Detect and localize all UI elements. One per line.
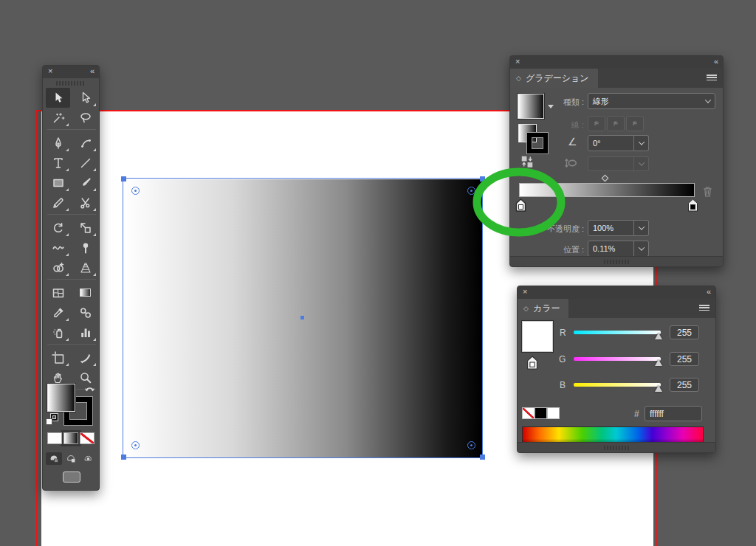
selection-handle-tl[interactable] — [121, 176, 126, 182]
panel-collapse-icon[interactable]: ◇ — [523, 305, 529, 312]
selection-handle-bl[interactable] — [121, 455, 126, 460]
opacity-dropdown-button[interactable] — [634, 220, 649, 236]
type-tool[interactable] — [46, 153, 70, 173]
none-swatch[interactable] — [522, 407, 535, 419]
rotate-tool[interactable] — [46, 218, 70, 238]
rotate-tool-icon — [52, 221, 65, 235]
black-swatch[interactable] — [535, 407, 547, 419]
shape-builder-tool[interactable] — [46, 258, 70, 277]
angle-input[interactable]: 0° — [588, 135, 634, 151]
green-slider-handle[interactable] — [655, 359, 662, 366]
lasso-tool[interactable] — [73, 108, 97, 128]
fill-color-proxy[interactable] — [47, 384, 75, 412]
resize-grip[interactable] — [604, 260, 629, 264]
stroke-proxy[interactable] — [527, 133, 548, 153]
angle-dropdown-button[interactable] — [634, 135, 649, 151]
pencil-tool[interactable] — [46, 193, 70, 212]
opacity-input[interactable]: 100% — [588, 220, 634, 236]
default-fill-stroke-icon[interactable] — [46, 414, 58, 425]
collapse-icon[interactable]: « — [90, 66, 94, 75]
draw-normal-button[interactable] — [46, 452, 62, 465]
gradient-midpoint-marker[interactable] — [602, 175, 609, 182]
live-corner-widget-bl[interactable] — [131, 441, 140, 449]
gradient-panel-titlebar[interactable]: × « — [510, 56, 723, 69]
red-slider-handle[interactable] — [655, 333, 662, 339]
close-icon[interactable]: × — [515, 57, 520, 66]
artboard-tool[interactable] — [46, 348, 70, 367]
panel-menu-icon[interactable] — [699, 305, 709, 312]
draw-behind-button[interactable] — [63, 452, 79, 465]
close-icon[interactable]: × — [48, 66, 52, 75]
column-graph-tool[interactable] — [73, 322, 97, 342]
collapse-icon[interactable]: « — [707, 287, 710, 296]
slice-tool-icon — [79, 351, 92, 364]
pen-tool[interactable] — [46, 133, 70, 153]
live-corner-widget-tl[interactable] — [131, 187, 140, 195]
resize-grip[interactable] — [604, 446, 629, 450]
green-slider-track[interactable] — [574, 357, 661, 361]
type-select[interactable]: 線形 — [588, 93, 715, 109]
tab-gradient[interactable]: ◇ グラデーション — [510, 69, 598, 88]
gradient-stop-black[interactable] — [687, 198, 698, 212]
position-input[interactable]: 0.11% — [588, 241, 634, 257]
perspective-grid-tool[interactable] — [73, 258, 97, 277]
red-slider-track[interactable] — [574, 331, 661, 334]
color-panel-title: カラー — [533, 303, 560, 315]
rectangle-tool[interactable] — [46, 173, 70, 193]
gradient-across-stroke-button[interactable] — [626, 116, 644, 131]
angle-icon: ∠ — [568, 136, 577, 148]
swap-fill-stroke-icon[interactable] — [84, 384, 95, 395]
tab-color[interactable]: ◇ カラー — [518, 299, 568, 318]
blue-slider-handle[interactable] — [655, 385, 662, 392]
scissors-tool[interactable] — [73, 193, 97, 212]
width-tool[interactable] — [46, 238, 70, 258]
object-center-point[interactable] — [300, 316, 304, 319]
paintbrush-tool[interactable] — [73, 173, 97, 193]
puppet-warp-tool[interactable] — [73, 238, 97, 258]
scale-tool[interactable] — [73, 218, 97, 238]
toolbar-titlebar[interactable]: × « — [43, 66, 99, 78]
none-button[interactable] — [80, 432, 94, 444]
selection-handle-br[interactable] — [480, 455, 485, 460]
angle-value: 0° — [593, 139, 601, 148]
hex-input[interactable]: ffffff — [645, 406, 702, 421]
collapse-icon[interactable]: « — [714, 57, 718, 66]
change-screen-mode-button[interactable] — [63, 471, 80, 483]
color-panel-titlebar[interactable]: × « — [518, 286, 715, 299]
blue-slider-track[interactable] — [574, 383, 661, 387]
draw-inside-button[interactable] — [80, 452, 96, 465]
live-corner-widget-tr[interactable] — [467, 187, 475, 195]
line-segment-tool[interactable] — [73, 153, 97, 173]
white-swatch[interactable] — [547, 407, 560, 419]
blend-tool[interactable] — [73, 303, 97, 322]
gradient-button[interactable] — [63, 432, 78, 444]
live-corner-widget-br[interactable] — [467, 441, 475, 449]
position-dropdown-button[interactable] — [634, 241, 649, 257]
selection-handle-tr[interactable] — [480, 176, 485, 182]
red-value-input[interactable]: 255 — [670, 325, 699, 339]
toolbar-grip[interactable] — [56, 81, 86, 86]
curvature-tool[interactable] — [73, 133, 97, 153]
close-icon[interactable]: × — [523, 287, 527, 296]
green-value-input[interactable]: 255 — [670, 352, 699, 366]
mesh-tool[interactable] — [46, 283, 70, 303]
reverse-gradient-icon[interactable] — [519, 154, 535, 169]
direct-selection-tool[interactable] — [73, 88, 97, 108]
gradient-tool[interactable] — [73, 283, 97, 303]
blue-value-input[interactable]: 255 — [670, 378, 699, 392]
channel-label: B — [560, 380, 566, 390]
eyedropper-tool[interactable] — [46, 303, 70, 322]
symbol-sprayer-tool[interactable] — [46, 322, 70, 342]
panel-collapse-icon[interactable]: ◇ — [516, 75, 521, 82]
selection-tool[interactable] — [46, 88, 70, 108]
gradient-along-stroke-button[interactable] — [607, 116, 625, 131]
gradient-within-stroke-button[interactable] — [588, 116, 605, 131]
gradient-stop-white[interactable] — [515, 198, 526, 212]
color-button[interactable] — [47, 432, 62, 444]
line-segment-tool-icon — [79, 156, 92, 170]
slice-tool[interactable] — [73, 348, 97, 367]
magic-wand-tool[interactable] — [46, 108, 70, 128]
panel-menu-icon[interactable] — [707, 75, 717, 82]
gradient-ramp[interactable] — [519, 183, 695, 197]
current-color-swatch[interactable] — [522, 321, 553, 352]
